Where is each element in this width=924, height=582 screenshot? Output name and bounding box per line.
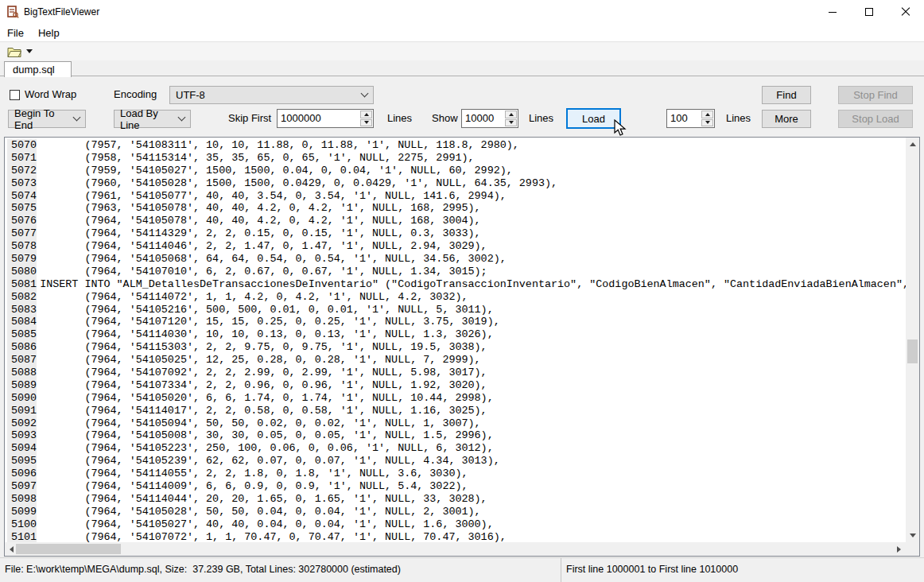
line-number: 5086 — [7, 341, 37, 354]
word-wrap-label[interactable]: Word Wrap — [25, 88, 76, 100]
line-text: (7963, '54105078', 40, 40, 4.2, 0, 4.2, … — [37, 202, 480, 215]
line-number: 5092 — [7, 417, 37, 430]
spinner-up-button[interactable] — [505, 111, 517, 118]
show-lines-spinner[interactable]: 10000 — [461, 109, 518, 128]
show-lines-value[interactable]: 10000 — [462, 110, 504, 127]
more-lines-spinner[interactable]: 100 — [666, 109, 715, 128]
code-line: 5092 (7964, '54105094', 50, 50, 0.02, 0,… — [5, 417, 906, 430]
stop-load-button: Stop Load — [838, 110, 913, 128]
toolbar — [0, 41, 924, 60]
line-text: (7964, '54114329', 2, 2, 0.15, 0, 0.15, … — [37, 227, 480, 240]
code-line: 5086 (7964, '54115303', 2, 2, 9.75, 0, 9… — [5, 341, 906, 354]
load-mode-select[interactable]: Load By Line — [114, 110, 191, 128]
line-text: (7964, '54107072', 1, 1, 70.47, 0, 70.47… — [37, 531, 507, 542]
open-dropdown-caret-icon[interactable] — [26, 49, 33, 53]
line-text: (7964, '54105028', 50, 50, 0.04, 0, 0.04… — [37, 506, 480, 518]
scroll-right-button[interactable] — [892, 542, 906, 556]
line-text: (7964, '54105239', 62, 62, 0.07, 0, 0.07… — [37, 455, 500, 468]
scroll-right-icon — [897, 546, 901, 553]
status-range-info: First line 1000001 to First line 1010000 — [566, 564, 738, 575]
line-text: (7959, '54105027', 1500, 1500, 0.04, 0, … — [37, 165, 513, 177]
encoding-select[interactable]: UTF-8 — [169, 86, 374, 104]
app-icon — [7, 6, 19, 21]
code-line: 5075 (7963, '54105078', 40, 40, 4.2, 0, … — [5, 202, 906, 215]
line-text: (7958, '54115314', 35, 35, 65, 0, 65, '1… — [37, 152, 474, 165]
line-text: (7964, '54105216', 500, 500, 0.01, 0, 0.… — [37, 304, 494, 316]
more-lines-value[interactable]: 100 — [667, 110, 701, 127]
line-text: (7964, '54105025', 12, 25, 0.28, 0, 0.28… — [37, 354, 480, 367]
more-button[interactable]: More — [762, 110, 811, 128]
spinner-down-button[interactable] — [360, 119, 372, 127]
line-number: 5093 — [7, 429, 37, 442]
load-mode-value: Load By Line — [120, 107, 179, 131]
line-number: 5084 — [7, 316, 37, 328]
line-number: 5090 — [7, 392, 37, 405]
spinner-up-button[interactable] — [360, 111, 372, 118]
direction-value: Begin To End — [14, 107, 74, 131]
line-number: 5088 — [7, 367, 37, 379]
menu-help[interactable]: Help — [31, 24, 67, 41]
menubar: File Help — [0, 24, 924, 41]
lines-label-2: Lines — [529, 112, 553, 124]
code-line: 5082 (7964, '54114072', 1, 1, 4.2, 0, 4.… — [5, 291, 906, 304]
line-number: 5072 — [7, 165, 37, 177]
encoding-value: UTF-8 — [176, 89, 205, 101]
find-button[interactable]: Find — [762, 86, 811, 104]
scroll-down-button[interactable] — [906, 529, 919, 542]
line-text: (7964, '54105008', 30, 30, 0.05, 0, 0.05… — [37, 429, 494, 442]
skip-first-spinner[interactable]: 1000000 — [277, 109, 374, 128]
tab-label: dump.sql — [13, 64, 55, 76]
direction-select[interactable]: Begin To End — [8, 110, 86, 128]
spinner-down-button[interactable] — [701, 119, 713, 127]
spinner-up-button[interactable] — [701, 111, 713, 118]
tab-dump-sql[interactable]: dump.sql — [4, 61, 72, 77]
minimize-button[interactable] — [814, 0, 851, 24]
code-line: 5100 (7964, '54105027', 40, 40, 0.04, 0,… — [5, 518, 906, 531]
spinner-down-button[interactable] — [505, 119, 517, 127]
code-line: 5071 (7958, '54115314', 35, 35, 65, 0, 6… — [5, 152, 906, 165]
line-number: 5070 — [7, 139, 37, 152]
code-line: 5090 (7964, '54105020', 6, 6, 1.74, 0, 1… — [5, 392, 906, 405]
line-text: (7964, '54114046', 2, 2, 1.47, 0, 1.47, … — [37, 240, 487, 253]
open-file-button[interactable] — [5, 44, 35, 60]
code-area[interactable]: 5070 (7957, '54108311', 10, 10, 11.88, 0… — [5, 138, 906, 542]
code-line: 5098 (7964, '54114044', 20, 20, 1.65, 0,… — [5, 493, 906, 506]
horizontal-scrollbar[interactable] — [5, 542, 906, 556]
line-text: (7964, '54107010', 6, 2, 0.67, 0, 0.67, … — [37, 266, 487, 278]
line-number: 5080 — [7, 266, 37, 278]
stop-find-button: Stop Find — [838, 86, 913, 104]
line-number: 5074 — [7, 190, 37, 203]
text-viewer: 5070 (7957, '54108311', 10, 10, 11.88, 0… — [4, 137, 920, 557]
line-text: (7960, '54105028', 1500, 1500, 0.0429, 0… — [37, 177, 557, 190]
line-number: 5100 — [7, 518, 37, 531]
load-button[interactable]: Load — [566, 108, 621, 129]
line-number: 5071 — [7, 152, 37, 165]
scroll-down-icon — [910, 534, 916, 537]
horizontal-scroll-thumb[interactable] — [16, 544, 121, 554]
encoding-label: Encoding — [114, 88, 157, 100]
line-text: (7964, '54107120', 15, 15, 0.25, 0, 0.25… — [37, 316, 500, 328]
line-text: (7964, '54114017', 2, 2, 0.58, 0, 0.58, … — [37, 405, 487, 417]
word-wrap-checkbox[interactable] — [10, 90, 20, 100]
line-number: 5087 — [7, 354, 37, 367]
close-icon — [901, 7, 910, 17]
spinner-up-icon — [705, 113, 710, 116]
skip-first-label: Skip First — [228, 112, 271, 124]
menu-file[interactable]: File — [0, 24, 31, 41]
code-line: 5096 (7964, '54114055', 2, 2, 1.8, 0, 1.… — [5, 468, 906, 480]
line-text: INSERT INTO "ALM_DetallesDeTransacciones… — [37, 278, 906, 291]
line-number: 5073 — [7, 177, 37, 190]
scroll-up-button[interactable] — [906, 138, 919, 151]
vertical-scrollbar[interactable] — [906, 138, 919, 542]
find-button-label: Find — [776, 89, 796, 101]
maximize-button[interactable] — [851, 0, 887, 24]
code-line: 5089 (7964, '54107334', 2, 2, 0.96, 0, 0… — [5, 379, 906, 392]
spinner-up-icon — [364, 113, 369, 116]
close-button[interactable] — [887, 0, 924, 24]
spinner-down-icon — [705, 121, 710, 124]
code-line: 5079 (7964, '54105068', 64, 64, 0.54, 0,… — [5, 253, 906, 266]
line-text: (7964, '54105078', 40, 40, 4.2, 0, 4.2, … — [37, 215, 480, 227]
vertical-scroll-thumb[interactable] — [907, 340, 918, 363]
code-line: 5077 (7964, '54114329', 2, 2, 0.15, 0, 0… — [5, 227, 906, 240]
skip-first-value[interactable]: 1000000 — [278, 110, 359, 127]
